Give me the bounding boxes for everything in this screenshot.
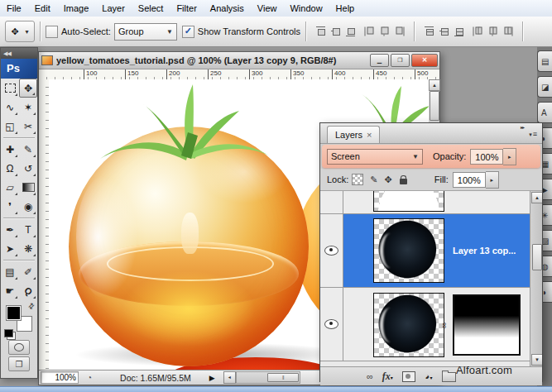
- scroll-up-button[interactable]: ▲: [429, 79, 440, 91]
- layer-style-button[interactable]: fx▾: [382, 370, 393, 383]
- layer-row-masked[interactable]: ∞: [320, 288, 530, 361]
- slice-tool[interactable]: ✂: [19, 117, 37, 136]
- move-tool[interactable]: ✥: [19, 79, 37, 98]
- scroll-up-button[interactable]: ▲: [531, 192, 542, 203]
- auto-select-checkbox[interactable]: [46, 26, 58, 38]
- scroll-down-button[interactable]: ▼: [531, 354, 542, 366]
- rectangular-marquee-tool[interactable]: [1, 79, 19, 98]
- zoom-level-field[interactable]: 100%: [41, 371, 79, 384]
- quick-mask-button[interactable]: [8, 340, 30, 355]
- layer-thumbnail[interactable]: [373, 191, 444, 212]
- menu-filter[interactable]: Filter: [170, 1, 203, 17]
- lasso-tool[interactable]: ∿: [1, 98, 19, 117]
- character-panel-icon[interactable]: A: [537, 102, 552, 123]
- layers-panel-header[interactable]: Layers× ▸▸ ▾≡: [320, 123, 542, 144]
- distribute-horizontal-centers-icon[interactable]: [487, 26, 498, 38]
- align-bottom-edges-icon[interactable]: [344, 26, 357, 37]
- layer-thumbnail[interactable]: [373, 218, 444, 283]
- history-brush-tool[interactable]: ↺: [19, 159, 37, 178]
- collapse-dock-icon[interactable]: ▸▸: [521, 124, 524, 130]
- layer-name[interactable]: Layer 13 cop...: [453, 246, 516, 256]
- eraser-tool[interactable]: ▱: [1, 178, 19, 197]
- lock-position-icon[interactable]: ✥: [385, 174, 392, 185]
- visibility-eye-icon[interactable]: [324, 319, 338, 329]
- menu-help[interactable]: Help: [329, 1, 362, 17]
- panel-menu-icon[interactable]: ▾≡: [529, 130, 537, 138]
- clone-source-panel-icon[interactable]: ▤: [537, 50, 552, 72]
- document-size-readout[interactable]: Doc: 1.65M/95.5M: [120, 373, 191, 383]
- swatches-panel-icon[interactable]: ◪: [537, 76, 552, 98]
- menu-edit[interactable]: Edit: [28, 1, 57, 17]
- screen-mode-button[interactable]: ❐: [8, 356, 30, 371]
- layers-scrollbar[interactable]: ▲ ▼: [530, 191, 542, 366]
- layer-thumbnail[interactable]: [373, 293, 444, 357]
- lock-image-pixels-icon[interactable]: ✎: [370, 174, 377, 185]
- toolbox-collapse-icon[interactable]: ◀◀: [1, 48, 37, 59]
- path-selection-tool[interactable]: ➤: [1, 239, 19, 258]
- layer-mask-thumbnail[interactable]: [453, 294, 521, 356]
- horizontal-scroll-thumb[interactable]: |||: [267, 373, 299, 382]
- eyedropper-tool[interactable]: ✐: [19, 262, 37, 281]
- distribute-vertical-centers-icon[interactable]: [438, 26, 450, 37]
- zoom-tool[interactable]: Q: [19, 281, 37, 300]
- align-top-edges-icon[interactable]: [314, 26, 327, 37]
- lock-all-icon[interactable]: [400, 179, 407, 184]
- pen-tool[interactable]: ✒: [1, 220, 19, 239]
- menu-image[interactable]: Image: [57, 1, 96, 17]
- distribute-right-edges-icon[interactable]: [502, 26, 513, 38]
- current-tool-button[interactable]: ✥ ▾: [5, 21, 35, 42]
- vertical-scroll-thumb[interactable]: [430, 91, 439, 121]
- maximize-button[interactable]: ❐: [391, 54, 410, 67]
- default-colors-icon[interactable]: [4, 329, 13, 337]
- type-tool[interactable]: T: [19, 220, 37, 239]
- status-menu-arrow[interactable]: ▶: [209, 374, 215, 382]
- opacity-slider-arrow[interactable]: ▸: [503, 148, 516, 165]
- blur-tool[interactable]: ❜: [1, 197, 19, 216]
- scroll-left-button[interactable]: ◂: [223, 371, 236, 384]
- crop-tool[interactable]: ◱: [1, 117, 19, 136]
- auto-select-dropdown[interactable]: Group ▼: [114, 23, 177, 41]
- align-left-edges-icon[interactable]: [363, 26, 375, 38]
- adjustment-layer-icon[interactable]: ◑▾: [425, 371, 433, 381]
- link-layers-icon[interactable]: ∞: [367, 371, 373, 381]
- align-right-edges-icon[interactable]: [393, 26, 405, 38]
- notes-tool[interactable]: ▤: [1, 262, 19, 281]
- scroll-thumb[interactable]: [532, 244, 542, 270]
- fill-field[interactable]: 100%: [453, 172, 486, 188]
- menu-layer[interactable]: Layer: [95, 1, 132, 17]
- hand-tool[interactable]: ☛: [1, 281, 19, 300]
- new-group-icon[interactable]: [442, 372, 456, 382]
- blend-mode-dropdown[interactable]: Screen ▼: [327, 149, 423, 165]
- lock-transparent-pixels-icon[interactable]: [352, 174, 363, 185]
- menu-file[interactable]: File: [0, 1, 28, 17]
- dodge-tool[interactable]: ◉: [19, 197, 37, 216]
- add-layer-mask-icon[interactable]: [402, 371, 415, 382]
- distribute-top-edges-icon[interactable]: [423, 26, 435, 37]
- magic-wand-tool[interactable]: ✶: [19, 98, 37, 117]
- tab-close-icon[interactable]: ×: [367, 130, 372, 140]
- fill-slider-arrow[interactable]: ▸: [486, 171, 499, 189]
- align-vertical-centers-icon[interactable]: [329, 26, 342, 37]
- distribute-left-edges-icon[interactable]: [472, 26, 483, 38]
- align-horizontal-centers-icon[interactable]: [378, 26, 390, 38]
- menu-select[interactable]: Select: [132, 1, 170, 17]
- layer-row-partial[interactable]: [320, 191, 530, 214]
- brush-tool[interactable]: ✎: [19, 140, 37, 159]
- mask-link-icon[interactable]: ∞: [440, 323, 449, 328]
- menu-analysis[interactable]: Analysis: [204, 1, 251, 17]
- foreground-color-swatch[interactable]: [6, 305, 22, 321]
- swap-colors-icon[interactable]: ⇄: [26, 301, 36, 311]
- layers-tab[interactable]: Layers×: [327, 126, 380, 143]
- layer-row-selected[interactable]: Layer 13 cop...: [320, 214, 530, 288]
- show-transform-checkbox[interactable]: ✓: [182, 26, 194, 38]
- close-button[interactable]: ✕: [411, 54, 438, 67]
- document-title-bar[interactable]: yellow_tomatoes_tutorial.psd @ 100% (Lay…: [39, 52, 439, 69]
- opacity-field[interactable]: 100%: [470, 149, 503, 165]
- minimize-button[interactable]: ▁: [370, 54, 389, 67]
- custom-shape-tool[interactable]: ❋: [19, 239, 37, 258]
- menu-view[interactable]: View: [251, 1, 284, 17]
- distribute-bottom-edges-icon[interactable]: [453, 26, 465, 37]
- gradient-tool[interactable]: [19, 178, 37, 197]
- healing-brush-tool[interactable]: ✚: [1, 140, 19, 159]
- menu-window[interactable]: Window: [283, 1, 329, 17]
